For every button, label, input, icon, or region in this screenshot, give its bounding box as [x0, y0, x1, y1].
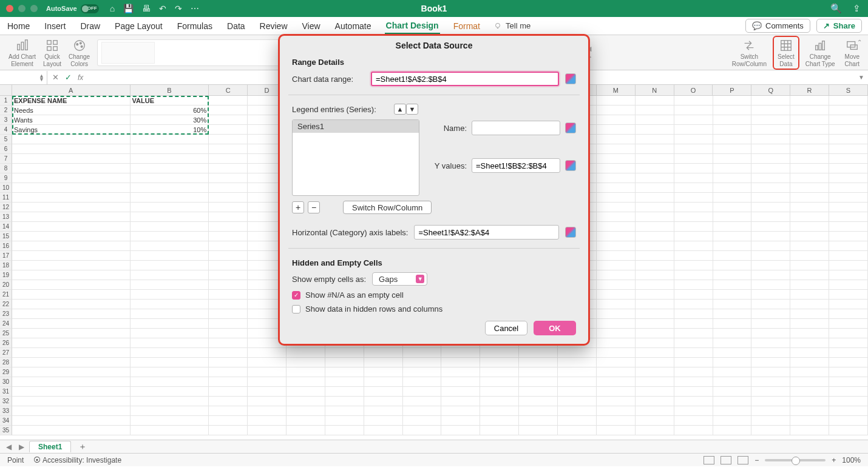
cell[interactable] [751, 173, 790, 183]
cell[interactable] [325, 367, 364, 377]
cell[interactable] [597, 106, 636, 115]
cell[interactable] [209, 261, 248, 270]
cell[interactable] [751, 106, 790, 115]
cell[interactable] [519, 397, 558, 406]
column-header[interactable]: S [829, 85, 868, 95]
save-icon[interactable]: 💾 [123, 4, 134, 13]
cell[interactable] [636, 115, 674, 125]
cell[interactable] [790, 164, 829, 173]
zoom-slider[interactable] [765, 459, 826, 461]
cell[interactable] [829, 319, 868, 329]
row-header[interactable]: 16 [0, 241, 12, 251]
cell[interactable] [403, 426, 442, 435]
cell[interactable] [131, 329, 209, 338]
comments-button[interactable]: 💬Comments [745, 19, 810, 33]
cell[interactable] [790, 135, 829, 144]
cell[interactable] [751, 367, 790, 377]
cell[interactable] [713, 183, 752, 193]
cell[interactable] [558, 426, 597, 435]
close-window-dot[interactable] [6, 5, 13, 12]
add-series-button[interactable]: + [292, 201, 304, 213]
change-chart-type-button[interactable]: ChangeChart Type [802, 36, 839, 70]
cell[interactable] [636, 377, 674, 387]
redo-icon[interactable]: ↷ [175, 4, 182, 13]
cell[interactable] [325, 377, 364, 387]
cell[interactable] [209, 426, 248, 435]
cell[interactable] [751, 164, 790, 173]
cell[interactable] [325, 406, 364, 416]
cell[interactable] [674, 377, 713, 387]
cell[interactable] [597, 270, 636, 280]
cell[interactable] [209, 154, 248, 164]
cell[interactable] [636, 300, 674, 309]
cell[interactable] [674, 300, 713, 309]
cell[interactable] [364, 426, 403, 435]
cell[interactable] [713, 251, 752, 261]
cell[interactable] [12, 261, 131, 270]
cell[interactable] [441, 416, 480, 426]
cell[interactable] [713, 367, 752, 377]
row-header[interactable]: 15 [0, 232, 12, 241]
row-header[interactable]: 35 [0, 426, 12, 435]
cell[interactable] [597, 261, 636, 270]
cell[interactable] [636, 96, 674, 106]
cell[interactable] [12, 164, 131, 173]
cell[interactable] [751, 348, 790, 358]
row-header[interactable]: 10 [0, 183, 12, 193]
cell[interactable] [248, 358, 287, 367]
cell[interactable] [790, 212, 829, 222]
expand-formula-bar-icon[interactable]: ▼ [858, 74, 868, 81]
cell[interactable] [674, 144, 713, 154]
cell[interactable] [12, 290, 131, 300]
cell[interactable] [364, 348, 403, 358]
cell[interactable] [131, 397, 209, 406]
empty-cells-select[interactable]: Gaps ▼ [372, 272, 427, 286]
cell[interactable] [829, 125, 868, 135]
cell[interactable] [751, 397, 790, 406]
cell[interactable] [829, 309, 868, 319]
row-header[interactable]: 12 [0, 203, 12, 212]
cell[interactable] [636, 387, 674, 397]
cell[interactable] [12, 309, 131, 319]
cell[interactable] [790, 338, 829, 348]
cell[interactable] [519, 387, 558, 397]
cell[interactable] [713, 329, 752, 338]
cell[interactable] [829, 222, 868, 232]
cell[interactable] [519, 358, 558, 367]
cell[interactable] [209, 367, 248, 377]
cell[interactable] [751, 222, 790, 232]
cell[interactable]: Savings [12, 125, 131, 135]
cell[interactable] [713, 290, 752, 300]
cell[interactable] [12, 193, 131, 203]
cell[interactable] [480, 397, 519, 406]
column-header[interactable]: C [209, 85, 248, 95]
cancel-button[interactable]: Cancel [485, 321, 527, 335]
cell[interactable] [713, 397, 752, 406]
cell[interactable] [325, 426, 364, 435]
cell[interactable] [558, 377, 597, 387]
cell[interactable] [713, 387, 752, 397]
cell[interactable] [209, 144, 248, 154]
cell[interactable] [364, 416, 403, 426]
cell[interactable] [597, 280, 636, 290]
tab-format[interactable]: Format [452, 19, 481, 33]
cell[interactable] [751, 261, 790, 270]
cell[interactable] [131, 348, 209, 358]
cell[interactable] [12, 348, 131, 358]
cell[interactable] [131, 387, 209, 397]
cell[interactable] [597, 222, 636, 232]
switch-row-column-button[interactable]: SwitchRow/Column [728, 36, 770, 70]
cell[interactable] [131, 212, 209, 222]
series-name-picker-icon[interactable] [565, 122, 576, 133]
cell[interactable] [131, 280, 209, 290]
cell[interactable] [209, 290, 248, 300]
cell[interactable] [674, 222, 713, 232]
cell[interactable] [441, 367, 480, 377]
cell[interactable] [829, 106, 868, 115]
cell[interactable] [790, 416, 829, 426]
cell[interactable] [248, 387, 287, 397]
cell[interactable] [790, 397, 829, 406]
cell[interactable] [131, 406, 209, 416]
cell[interactable] [713, 426, 752, 435]
cell[interactable] [790, 329, 829, 338]
